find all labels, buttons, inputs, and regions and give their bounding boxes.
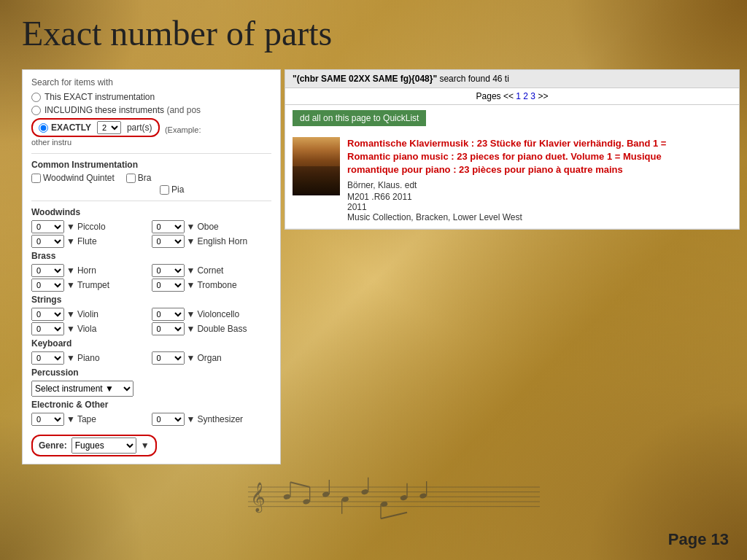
piccolo-oboe-row: 012 ▼ Piccolo 012 ▼ Oboe: [31, 220, 271, 233]
trumpet-trombone-row: 012 ▼ Trumpet 012 ▼ Trombone: [31, 279, 271, 292]
quicklist-section: dd all on this page to QuickList: [285, 105, 739, 131]
oboe-cell: 012 ▼ Oboe: [152, 220, 272, 233]
quicklist-button[interactable]: dd all on this page to QuickList: [293, 110, 426, 126]
checkbox-brass[interactable]: [126, 174, 136, 183]
piccolo-label: Piccolo: [77, 222, 106, 232]
piccolo-select[interactable]: 012: [31, 220, 64, 233]
keyboard-section: Keyboard 012 ▼ Piano 012 ▼ Organ: [31, 338, 271, 365]
checkbox-woodwind-quintet[interactable]: [31, 174, 41, 183]
piano-icon: ▼: [66, 353, 75, 363]
piano-organ-row: 012 ▼ Piano 012 ▼ Organ: [31, 351, 271, 365]
parts-count-select[interactable]: 1 2 3 4: [97, 121, 121, 134]
horn-cornet-row: 012 ▼ Horn 012 ▼ Cornet: [31, 264, 271, 277]
search-panel-header: Search for items with: [31, 77, 271, 88]
brass-label: Bra: [138, 173, 152, 183]
result-location: Music Collection, Bracken, Lower Level W…: [347, 212, 732, 222]
svg-text:𝄞: 𝄞: [250, 482, 266, 513]
trumpet-icon: ▼: [66, 280, 75, 290]
cornet-select[interactable]: 012: [152, 264, 185, 277]
tape-select[interactable]: 012: [31, 413, 64, 426]
svg-point-18: [400, 494, 408, 501]
svg-point-14: [361, 489, 369, 495]
page-1-link[interactable]: 1: [516, 91, 521, 101]
ci-brass: Bra: [126, 173, 152, 183]
page-number: Page 13: [668, 530, 729, 549]
woodwind-quintet-label: Woodwind Quintet: [43, 173, 115, 183]
flute-enghorn-row: 012 ▼ Flute 012 ▼ English Horn: [31, 235, 271, 248]
horn-icon: ▼: [66, 265, 75, 276]
ci-row1: Woodwind Quintet Bra: [31, 173, 271, 183]
music-notation-decoration: 𝄞: [248, 458, 540, 545]
checkbox-piano[interactable]: [160, 185, 169, 195]
horn-label: Horn: [77, 265, 96, 276]
radio-including-label: INCLUDING these instruments (and pos: [44, 105, 201, 115]
organ-icon: ▼: [187, 353, 196, 363]
english-horn-icon: ▼: [187, 236, 196, 246]
piano-ci-label: Pia: [171, 184, 184, 195]
oboe-icon: ▼: [187, 222, 196, 232]
keyboard-header: Keyboard: [31, 338, 271, 349]
viola-label: Viola: [77, 324, 96, 334]
search-panel: Search for items with This EXACT instrum…: [22, 69, 281, 464]
brass-section: Brass 012 ▼ Horn 012 ▼ Cornet 012 ▼ Trum…: [31, 251, 271, 292]
result-info: Romantische Klaviermusik : 23 Stücke für…: [347, 137, 732, 222]
tape-label: Tape: [77, 414, 96, 424]
piccolo-cell: 012 ▼ Piccolo: [31, 220, 152, 233]
page-2-link[interactable]: 2: [523, 91, 528, 101]
tape-synth-row: 012 ▼ Tape 012 ▼ Synthesizer: [31, 413, 271, 426]
electronic-section: Electronic & Other 012 ▼ Tape 012 ▼ Synt…: [31, 400, 271, 426]
svg-line-23: [381, 513, 407, 519]
oboe-label: Oboe: [197, 222, 218, 232]
radio-including[interactable]: [31, 106, 41, 115]
trombone-select[interactable]: 012: [152, 279, 185, 292]
svg-point-8: [303, 499, 311, 505]
organ-select[interactable]: 012: [152, 351, 185, 365]
piano-select[interactable]: 012: [31, 351, 64, 365]
organ-label: Organ: [197, 353, 221, 363]
common-instrumentation-section: Common Instrumentation Woodwind Quintet …: [31, 160, 271, 195]
result-thumbnail: [293, 137, 340, 195]
radio-exact-row: This EXACT instrumentation: [31, 92, 271, 102]
trumpet-select[interactable]: 012: [31, 279, 64, 292]
genre-select[interactable]: Fugues Sonatas Symphonies: [71, 438, 136, 454]
horn-select[interactable]: 012: [31, 264, 64, 277]
radio-exactly[interactable]: [39, 123, 48, 133]
viola-bass-row: 012 ▼ Viola 012 ▼ Double Bass: [31, 322, 271, 335]
common-instrumentation-header: Common Instrumentation: [31, 160, 271, 170]
woodwinds-header: Woodwinds: [31, 207, 271, 217]
viola-select[interactable]: 012: [31, 322, 64, 335]
synthesizer-cell: 012 ▼ Synthesizer: [152, 413, 272, 426]
pages-prefix: Pages <<: [476, 91, 516, 101]
oboe-select[interactable]: 012: [152, 220, 185, 233]
radio-exact-label: This EXACT instrumentation: [44, 92, 155, 102]
cornet-icon: ▼: [187, 265, 196, 276]
flute-icon: ▼: [66, 236, 75, 246]
pages-suffix: >>: [538, 91, 548, 101]
radio-exact[interactable]: [31, 93, 41, 102]
exactly-circle: EXACTLY 1 2 3 4 part(s): [31, 118, 160, 137]
page-3-link[interactable]: 3: [530, 91, 535, 101]
brass-header: Brass: [31, 251, 271, 261]
double-bass-select[interactable]: 012: [152, 322, 185, 335]
violin-icon: ▼: [66, 309, 75, 319]
percussion-section: Percussion Select instrument ▼: [31, 368, 271, 397]
percussion-instrument-select[interactable]: Select instrument ▼: [31, 381, 133, 397]
percussion-header: Percussion: [31, 368, 271, 378]
strings-section: Strings 012 ▼ Violin 012 ▼ Violoncello 0…: [31, 295, 271, 335]
genre-dropdown-icon: ▼: [141, 440, 150, 451]
violoncello-select[interactable]: 012: [152, 308, 185, 321]
violin-select[interactable]: 012: [31, 308, 64, 321]
tape-cell: 012 ▼ Tape: [31, 413, 152, 426]
divider1: [31, 153, 271, 154]
english-horn-cell: 012 ▼ English Horn: [152, 235, 272, 248]
flute-select[interactable]: 012: [31, 235, 64, 248]
trombone-icon: ▼: [187, 280, 196, 290]
woodwinds-section: Woodwinds 012 ▼ Piccolo 012 ▼ Oboe 012 ▼…: [31, 207, 271, 248]
english-horn-select[interactable]: 012: [152, 235, 185, 248]
result-item-1: Romantische Klaviermusik : 23 Stücke für…: [285, 131, 739, 229]
svg-line-22: [290, 482, 310, 487]
page-title: Exact number of parts: [22, 13, 332, 53]
synthesizer-select[interactable]: 012: [152, 413, 185, 426]
search-result-count: search found 46 ti: [439, 74, 508, 84]
ci-row2: Pia: [31, 184, 271, 195]
